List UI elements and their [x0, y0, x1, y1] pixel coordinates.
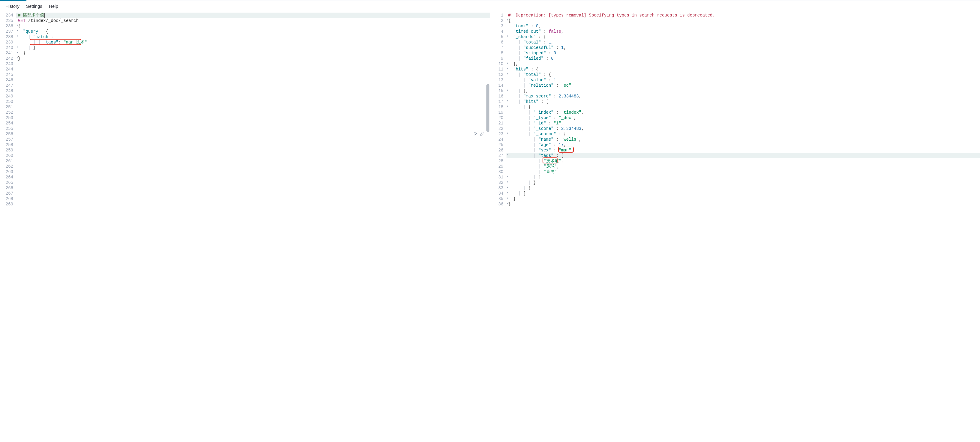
code-line[interactable]: [18, 169, 490, 174]
code-line: | "max_score" : 2.334483,: [508, 93, 980, 99]
code-line[interactable]: [18, 158, 490, 164]
code-line: | "_index" : "tindex",: [508, 110, 980, 115]
fold-toggle[interactable]: ▴: [16, 45, 19, 49]
code-line: | "_score" : 2.334483,: [508, 126, 980, 131]
code-line: | "技术宅",: [508, 158, 980, 164]
code-line[interactable]: [18, 72, 490, 78]
fold-toggle[interactable]: ▾: [16, 29, 19, 32]
code-line[interactable]: [18, 78, 490, 83]
request-editor[interactable]: 2342352362372382392402412422432442452462…: [0, 12, 490, 213]
fold-toggle[interactable]: ▴: [506, 88, 509, 92]
code-line: | "_type" : "_doc",: [508, 115, 980, 120]
code-line: | "hits" : [: [508, 99, 980, 105]
request-code[interactable]: # 匹配多个值GET /tindex/_doc/_search{ "query"…: [18, 12, 490, 213]
code-line: | "tags" : [: [508, 153, 980, 158]
code-line: | "skipped" : 0,: [508, 51, 980, 56]
code-line[interactable]: [18, 131, 490, 137]
code-line: | {: [508, 105, 980, 110]
code-line[interactable]: | | "tags": "man 技术": [18, 40, 490, 45]
code-line[interactable]: [18, 93, 490, 99]
code-line: #! Deprecation: [types removal] Specifyi…: [508, 13, 980, 18]
code-line[interactable]: [18, 61, 490, 67]
code-line[interactable]: [18, 201, 490, 207]
fold-toggle[interactable]: ▾: [506, 105, 509, 108]
code-line[interactable]: [18, 115, 490, 120]
fold-toggle[interactable]: ▾: [16, 34, 19, 38]
fold-toggle[interactable]: ▴: [506, 196, 509, 200]
wrench-icon[interactable]: [480, 131, 485, 137]
code-line: | "failed" : 0: [508, 56, 980, 61]
code-line: | "sex" : "man",: [508, 147, 980, 153]
menu-bar: History Settings Help: [0, 1, 980, 12]
fold-toggle[interactable]: ▾: [16, 24, 19, 27]
code-line[interactable]: [18, 185, 490, 191]
code-line: | "relation" : "eq": [508, 83, 980, 88]
code-line: | "_id" : "1",: [508, 120, 980, 126]
code-line[interactable]: [18, 164, 490, 169]
code-line[interactable]: | }: [18, 45, 490, 51]
code-line[interactable]: [18, 196, 490, 201]
code-line[interactable]: [18, 105, 490, 110]
code-line[interactable]: "query": {: [18, 29, 490, 34]
code-line[interactable]: [18, 191, 490, 196]
code-line: | ]: [508, 174, 980, 180]
code-line[interactable]: GET /tindex/_doc/_search: [18, 18, 490, 24]
editor-scrollbar[interactable]: [487, 12, 489, 213]
code-line[interactable]: [18, 147, 490, 153]
request-gutter: 2342352362372382392402412422432442452462…: [0, 12, 16, 213]
fold-toggle[interactable]: ▴: [506, 174, 509, 178]
code-line[interactable]: # 匹配多个值: [18, 13, 490, 18]
code-line[interactable]: {: [18, 24, 490, 29]
code-line: }: [508, 196, 980, 201]
fold-toggle[interactable]: ▴: [16, 51, 19, 54]
code-line: | ]: [508, 191, 980, 196]
response-code: #! Deprecation: [types removal] Specifyi…: [508, 12, 980, 213]
fold-toggle[interactable]: ▴: [16, 56, 19, 59]
code-line[interactable]: [18, 153, 490, 158]
fold-toggle[interactable]: ▾: [506, 72, 509, 76]
fold-toggle[interactable]: ▾: [506, 131, 509, 135]
response-viewer[interactable]: ⋮ 12345678910111213141516171819202122232…: [490, 12, 980, 213]
code-line[interactable]: }: [18, 51, 490, 56]
code-line: }: [508, 201, 980, 207]
code-line: "_shards" : {: [508, 34, 980, 40]
code-line: | "age" : 17,: [508, 142, 980, 147]
code-line: | "total" : 1,: [508, 40, 980, 45]
fold-toggle[interactable]: ▾: [506, 67, 509, 70]
fold-toggle[interactable]: ▾: [506, 99, 509, 103]
menu-history[interactable]: History: [5, 3, 19, 9]
menu-settings[interactable]: Settings: [26, 3, 42, 9]
code-line[interactable]: [18, 180, 490, 185]
fold-toggle[interactable]: ▴: [506, 191, 509, 194]
code-line: | },: [508, 88, 980, 93]
code-line[interactable]: [18, 110, 490, 115]
code-line[interactable]: [18, 142, 490, 147]
code-line: "took" : 0,: [508, 24, 980, 29]
fold-toggle[interactable]: ▴: [506, 201, 509, 205]
menu-help[interactable]: Help: [49, 3, 58, 9]
code-line[interactable]: [18, 126, 490, 131]
fold-toggle[interactable]: ▴: [506, 180, 509, 184]
code-line[interactable]: [18, 67, 490, 72]
run-query-icon[interactable]: [473, 131, 478, 137]
code-line[interactable]: | "match": {: [18, 34, 490, 40]
code-line[interactable]: [18, 99, 490, 105]
code-line[interactable]: }: [18, 56, 490, 61]
code-line[interactable]: [18, 120, 490, 126]
code-line[interactable]: [18, 83, 490, 88]
fold-toggle[interactable]: ▴: [506, 185, 509, 189]
workspace: 2342352362372382392402412422432442452462…: [0, 12, 980, 213]
code-line[interactable]: [18, 88, 490, 93]
code-line: "hits" : {: [508, 67, 980, 72]
code-line[interactable]: [18, 174, 490, 180]
fold-toggle[interactable]: ▴: [506, 61, 509, 65]
code-line[interactable]: [18, 137, 490, 142]
fold-toggle[interactable]: ▾: [506, 18, 509, 22]
code-line: | "足球",: [508, 164, 980, 169]
code-line: | "_source" : {: [508, 131, 980, 137]
code-line: | }: [508, 180, 980, 185]
request-action-icons: [473, 131, 485, 137]
code-line: {: [508, 18, 980, 24]
fold-toggle[interactable]: ▾: [506, 153, 509, 157]
fold-toggle[interactable]: ▾: [506, 34, 509, 38]
